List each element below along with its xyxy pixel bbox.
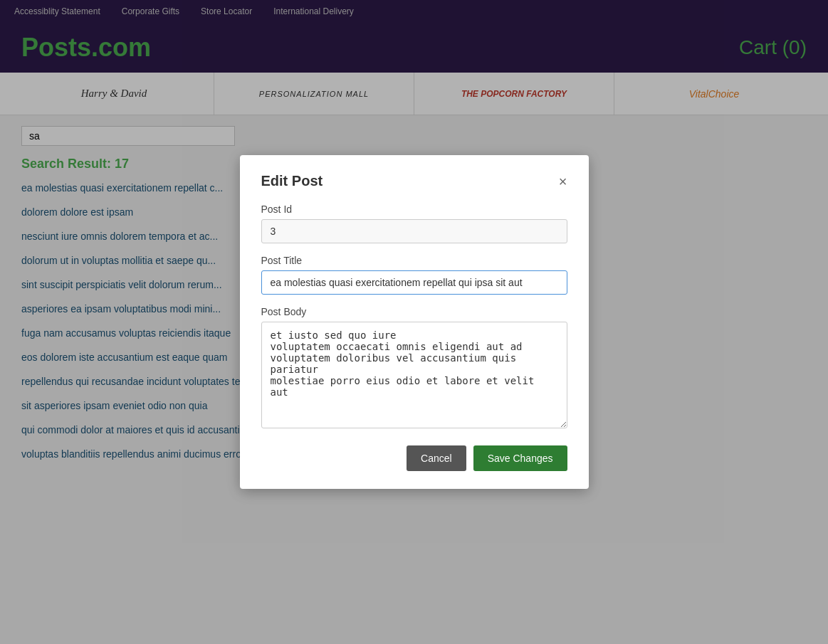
post-body-group: Post Body [261,306,567,431]
post-body-textarea[interactable] [261,322,567,428]
post-id-label: Post Id [261,204,567,215]
post-title-group: Post Title [261,255,567,295]
post-body-label: Post Body [261,306,567,317]
post-title-label: Post Title [261,255,567,266]
cancel-button[interactable]: Cancel [407,445,466,471]
save-changes-button[interactable]: Save Changes [473,445,567,471]
post-title-input[interactable] [261,270,567,295]
modal-overlay: Edit Post × Post Id Post Title Post Body… [0,0,828,644]
modal-footer: Cancel Save Changes [261,445,567,471]
post-id-input[interactable] [261,219,567,243]
post-id-group: Post Id [261,204,567,243]
modal-header: Edit Post × [261,173,567,189]
modal-title: Edit Post [261,173,323,189]
edit-post-modal: Edit Post × Post Id Post Title Post Body… [240,155,589,489]
modal-close-button[interactable]: × [559,174,567,189]
